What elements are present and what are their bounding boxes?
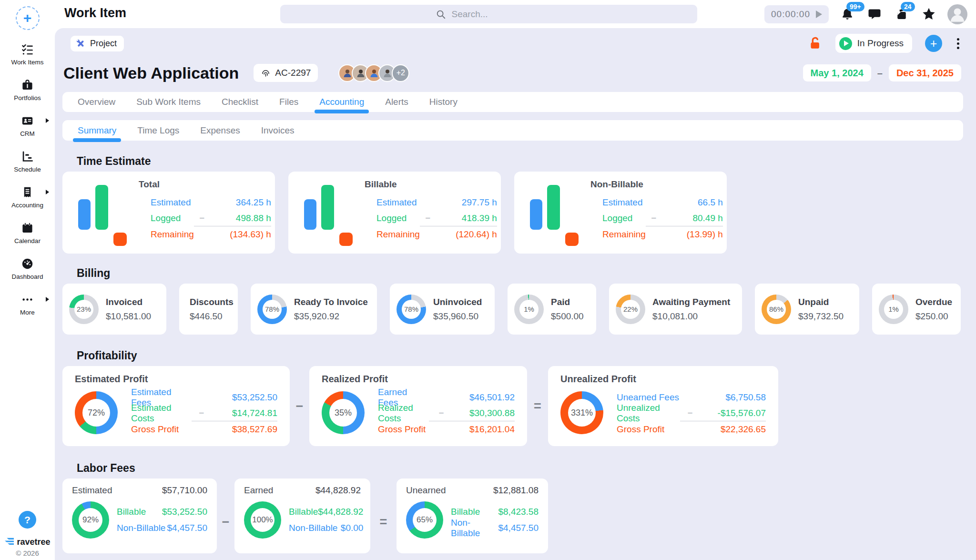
status-button[interactable]: In Progress (835, 34, 912, 53)
card-title: Unpaid (798, 297, 844, 307)
global-search[interactable] (280, 5, 697, 23)
work-item-type-badge[interactable]: Project (71, 36, 124, 51)
labor-card-unearned: Unearned $12,881.08 65% Billable$8,423.5… (396, 479, 548, 553)
gantt-icon (21, 150, 34, 163)
subtab-time-logs[interactable]: Time Logs (137, 121, 179, 141)
sidebar-item-crm[interactable]: CRM (0, 114, 55, 137)
project-header-row1: Project In Progress + (62, 34, 963, 53)
messages-button[interactable] (866, 6, 883, 23)
ready-to-invoice-donut: 78% (257, 295, 287, 324)
sidebar-item-more[interactable]: More (0, 293, 55, 316)
end-date-button[interactable]: Dec 31, 2025 (889, 64, 961, 81)
sidebar-item-work-items[interactable]: Work Items (0, 43, 55, 66)
donut-percent: 35% (335, 408, 352, 418)
tab-alerts[interactable]: Alerts (385, 92, 408, 112)
tab-checklist[interactable]: Checklist (222, 92, 258, 112)
more-members-badge[interactable]: +2 (392, 64, 409, 82)
subtab-expenses[interactable]: Expenses (200, 121, 240, 141)
sidebar-item-portfolios[interactable]: Portfolios (0, 79, 55, 102)
tab-sub-work-items[interactable]: Sub Work Items (136, 92, 201, 112)
billing-card-overdue: 1% Overdue$250.00 (872, 284, 961, 335)
sidebar-footer: ? ravetree © 2026 (0, 511, 55, 557)
mini-bar-chart (62, 172, 134, 254)
tab-overview[interactable]: Overview (78, 92, 115, 112)
start-date-button[interactable]: May 1, 2024 (803, 64, 871, 81)
more-options-button[interactable] (955, 36, 961, 51)
card-amount: $500.00 (551, 311, 584, 322)
question-mark-icon: ? (24, 514, 30, 526)
row-label: Estimated (376, 197, 417, 208)
sidebar: + Work Items Portfolios CRM Schedule Acc… (0, 0, 55, 560)
tab-files[interactable]: Files (279, 92, 298, 112)
card-total: $44,828.92 (315, 485, 361, 496)
favorites-button[interactable] (920, 6, 937, 23)
search-input[interactable] (452, 9, 542, 20)
row-value: $53,252.50 (207, 392, 277, 403)
add-button[interactable]: + (925, 35, 942, 52)
project-header-row2: Client Web Application AC-2297 +2 May 1,… (62, 62, 963, 84)
timer-play-icon[interactable] (816, 10, 822, 18)
unrealized-profit-donut: 331% (560, 391, 603, 434)
row-label: Billable (451, 507, 480, 517)
time-estimate-cards: Total Estimated364.25 h Logged−498.88 h … (62, 172, 963, 254)
minus-operator: − (290, 366, 309, 446)
donut-percent: 92% (82, 515, 99, 525)
row-value: 418.39 h (436, 213, 497, 224)
brand-name: ravetree (17, 537, 50, 547)
unlock-icon[interactable] (808, 36, 823, 51)
sidebar-item-label: Dashboard (11, 273, 43, 280)
row-label: Logged (376, 213, 407, 224)
card-title: Uninvoiced (433, 297, 482, 307)
tab-accounting[interactable]: Accounting (319, 92, 364, 112)
tools-icon (76, 39, 86, 49)
accounting-subtabs: Summary Time Logs Expenses Invoices (62, 120, 963, 141)
sidebar-item-dashboard[interactable]: Dashboard (0, 257, 55, 280)
chat-icon (867, 7, 882, 21)
paid-donut: 1% (514, 295, 544, 324)
gauge-icon (21, 257, 34, 270)
sidebar-item-schedule[interactable]: Schedule (0, 150, 55, 173)
row-label: Remaining (602, 229, 646, 240)
awaiting-payment-donut: 22% (616, 295, 645, 324)
logged-bar (321, 185, 334, 230)
timer-button[interactable]: 00:00:00 (764, 5, 829, 23)
subtab-invoices[interactable]: Invoices (261, 121, 295, 141)
ellipsis-icon (21, 293, 34, 306)
card-title: Total (139, 179, 271, 190)
receipt-icon (21, 186, 34, 199)
status-play-icon (839, 37, 852, 50)
billing-card-unpaid: 86% Unpaid$39,732.50 (755, 284, 859, 335)
realized-profit-donut: 35% (322, 391, 365, 434)
minus-operator: − (420, 213, 436, 224)
sidebar-item-accounting[interactable]: Accounting (0, 186, 55, 209)
card-amount: $250.00 (915, 311, 952, 322)
expand-chevron-icon (46, 118, 49, 123)
search-icon (436, 9, 446, 20)
card-title: Billable (365, 179, 497, 190)
date-range: May 1, 2024 – Dec 31, 2025 (803, 64, 961, 81)
sidebar-item-calendar[interactable]: Calendar (0, 222, 55, 244)
row-label: Estimated (151, 197, 191, 208)
create-button[interactable]: + (16, 6, 40, 30)
tab-history[interactable]: History (429, 92, 458, 112)
profitability-cards: Estimated Profit 72% Estimated Fees$53,2… (62, 366, 963, 446)
billing-heading: Billing (77, 267, 963, 280)
inbox-button[interactable]: 24 (893, 6, 910, 23)
help-button[interactable]: ? (19, 511, 36, 529)
notifications-button[interactable]: 99+ (839, 6, 856, 23)
sidebar-item-label: Calendar (14, 237, 41, 244)
contact-card-icon (21, 114, 34, 127)
card-title: Ready To Invoice (294, 297, 368, 307)
topbar: Work Item 00:00:00 99+ 24 (0, 0, 976, 28)
minus-operator: − (646, 213, 662, 224)
row-value: 66.5 h (662, 197, 723, 208)
row-value: 297.75 h (436, 197, 497, 208)
card-title: Discounts (190, 297, 234, 307)
row-value: $38,527.69 (206, 424, 277, 435)
subtab-summary[interactable]: Summary (78, 121, 116, 141)
card-amount: $446.50 (190, 311, 234, 322)
row-value: $46,501.92 (444, 392, 515, 403)
user-avatar[interactable] (947, 4, 967, 24)
row-label: Estimated (602, 197, 642, 208)
unrealized-profit-card: Unrealized Profit 331% Unearned Fees$6,7… (548, 366, 778, 446)
